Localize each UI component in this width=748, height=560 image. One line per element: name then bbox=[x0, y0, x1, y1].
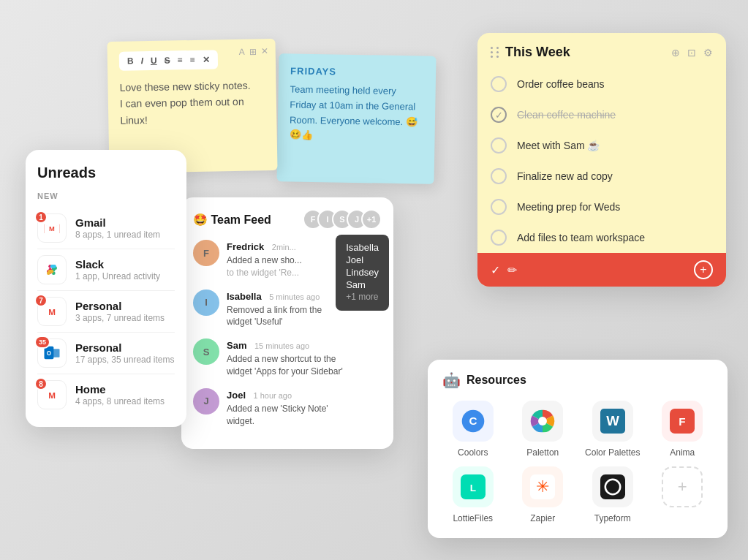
toolbar-bold[interactable]: B bbox=[125, 55, 136, 67]
sticky-blue-text: Team meeting held every Friday at 10am i… bbox=[289, 82, 423, 145]
tw-footer-icons: ✓ ✏ bbox=[491, 263, 517, 277]
todo-text-6: Add files to team workspace bbox=[517, 232, 645, 243]
anima-label: Anima bbox=[670, 447, 695, 458]
tw-add-button[interactable]: + bbox=[694, 260, 713, 279]
todo-circle-3[interactable] bbox=[491, 137, 507, 154]
resource-typeform[interactable]: Typeform bbox=[582, 466, 643, 523]
resource-add[interactable]: + bbox=[652, 466, 714, 523]
zapier-label: Zapier bbox=[530, 513, 555, 523]
resource-color-palettes[interactable]: W Color Palettes bbox=[582, 401, 643, 458]
sticky-note-blue: FRIDAYS Team meeting held every Friday a… bbox=[276, 53, 436, 184]
feed-content-4: Joel 1 hour ago Added a new 'Sticky Note… bbox=[227, 388, 382, 428]
this-week-title-wrap: This Week bbox=[491, 45, 570, 60]
sticky-blue-title: FRIDAYS bbox=[290, 65, 424, 78]
team-feed-title: 🤩 Team Feed bbox=[193, 213, 271, 227]
list-item[interactable]: M 7 Personal 3 apps, 7 unread items bbox=[37, 291, 175, 333]
color-palettes-label: Color Palettes bbox=[585, 447, 640, 458]
tw-expand-ctrl[interactable]: ⊡ bbox=[687, 47, 696, 58]
lottiefiles-icon: L bbox=[453, 466, 494, 507]
tw-settings-ctrl[interactable]: ⚙ bbox=[703, 47, 713, 58]
team-feed-header: 🤩 Team Feed F I S J +1 Isabella Joel Lin… bbox=[193, 209, 382, 230]
todo-circle-4[interactable] bbox=[491, 168, 507, 184]
todo-text-2: Clean coffee machine bbox=[517, 109, 616, 121]
home-info: Home 4 apps, 8 unread items bbox=[75, 383, 175, 406]
toolbar-italic[interactable]: I bbox=[138, 55, 146, 67]
todo-text-1: Order coffee beans bbox=[517, 78, 605, 90]
todo-text-4: Finalize new ad copy bbox=[517, 170, 613, 182]
paletton-icon bbox=[522, 401, 563, 442]
this-week-header: This Week ⊕ ⊡ ⚙ bbox=[477, 33, 726, 69]
toolbar-list2[interactable]: ≡ bbox=[187, 54, 197, 66]
feed-text-3: Added a new shortcut to thewidget 'Apps … bbox=[227, 353, 382, 378]
svg-text:✳: ✳ bbox=[536, 477, 549, 496]
sticky-toolbar: B I U S ≡ ≡ ✕ bbox=[119, 50, 218, 70]
resource-anima[interactable]: F Anima bbox=[652, 401, 714, 458]
tw-add-ctrl[interactable]: ⊕ bbox=[671, 47, 680, 58]
svg-point-34 bbox=[605, 480, 620, 494]
svg-text:O: O bbox=[47, 350, 51, 357]
list-item[interactable]: M 1 Gmail 8 apps, 1 unread item bbox=[37, 208, 175, 249]
add-resource-button[interactable]: + bbox=[662, 466, 703, 507]
todo-circle-2[interactable]: ✓ bbox=[491, 107, 507, 123]
todo-item-4[interactable]: Finalize new ad copy bbox=[477, 161, 726, 192]
color-palettes-icon: W bbox=[592, 401, 633, 442]
feed-name-1: Fredrick bbox=[227, 241, 264, 252]
gmail-name: Gmail bbox=[75, 216, 175, 229]
personal-gmail-badge: 7 bbox=[34, 294, 48, 307]
sticky-resize-ctrl[interactable]: ⊞ bbox=[249, 46, 257, 56]
feed-item-4: J Joel 1 hour ago Added a new 'Sticky No… bbox=[193, 388, 382, 428]
typeform-icon bbox=[592, 466, 633, 507]
todo-item-2[interactable]: ✓ Clean coffee machine bbox=[477, 99, 726, 130]
personal-gmail-detail: 3 apps, 7 unread items bbox=[75, 313, 175, 323]
tooltip-more: +1 more bbox=[346, 292, 379, 302]
todo-item-3[interactable]: Meet with Sam ☕ bbox=[477, 130, 726, 161]
todo-text-3: Meet with Sam ☕ bbox=[517, 140, 600, 151]
resource-lottiefiles[interactable]: L LottieFiles bbox=[442, 466, 504, 523]
toolbar-underline[interactable]: U bbox=[148, 55, 159, 67]
svg-text:M: M bbox=[48, 307, 56, 317]
personal-gmail-icon-wrap: M 7 bbox=[37, 297, 67, 326]
sticky-close-ctrl[interactable]: ✕ bbox=[261, 46, 268, 56]
list-item[interactable]: M 8 Home 4 apps, 8 unread items bbox=[37, 374, 175, 415]
tw-check-icon[interactable]: ✓ bbox=[491, 263, 500, 277]
gmail-icon-wrap: M 1 bbox=[37, 213, 67, 243]
todo-circle-6[interactable] bbox=[491, 230, 507, 246]
tooltip-name-4: Sam bbox=[346, 279, 379, 290]
todo-circle-5[interactable] bbox=[491, 199, 507, 215]
resources-grid: C Coolors Paletton W bbox=[442, 401, 713, 523]
list-item[interactable]: O 35 Personal 17 apps, 35 unread items bbox=[37, 333, 175, 374]
feed-avatar-isabella: I bbox=[193, 290, 219, 316]
sticky-yellow-controls: A ⊞ ✕ bbox=[239, 46, 268, 57]
resource-paletton[interactable]: Paletton bbox=[513, 401, 574, 458]
resource-zapier[interactable]: ✳ Zapier bbox=[513, 466, 574, 523]
gmail-badge: 1 bbox=[34, 211, 48, 224]
lottiefiles-label: LottieFiles bbox=[453, 513, 493, 523]
feed-avatar-fredrick: F bbox=[193, 240, 219, 266]
this-week-controls: ⊕ ⊡ ⚙ bbox=[671, 47, 713, 58]
list-item[interactable]: Slack 1 app, Unread activity bbox=[37, 249, 175, 291]
feed-name-4: Joel bbox=[227, 390, 246, 401]
home-icon-wrap: M 8 bbox=[37, 380, 67, 409]
toolbar-clear[interactable]: ✕ bbox=[200, 54, 211, 66]
home-badge: 8 bbox=[34, 377, 48, 390]
personal-outlook-name: Personal bbox=[75, 341, 175, 354]
todo-item-1[interactable]: Order coffee beans bbox=[477, 69, 726, 99]
slack-icon-wrap bbox=[37, 255, 67, 284]
slack-detail: 1 app, Unread activity bbox=[75, 271, 175, 281]
toolbar-strikethrough[interactable]: S bbox=[162, 54, 172, 66]
paletton-label: Paletton bbox=[526, 447, 559, 458]
zapier-icon: ✳ bbox=[522, 466, 563, 507]
resource-coolors[interactable]: C Coolors bbox=[442, 401, 504, 458]
resources-title: Resources bbox=[466, 374, 526, 387]
toolbar-list1[interactable]: ≡ bbox=[175, 54, 184, 66]
todo-item-5[interactable]: Meeting prep for Weds bbox=[477, 192, 726, 222]
todo-circle-1[interactable] bbox=[491, 76, 507, 92]
resources-header: 🤖 Resources bbox=[442, 371, 713, 389]
tw-edit-icon[interactable]: ✏ bbox=[507, 263, 517, 277]
sticky-a-ctrl[interactable]: A bbox=[239, 47, 245, 57]
todo-item-6[interactable]: Add files to team workspace bbox=[477, 222, 726, 253]
svg-text:M: M bbox=[48, 390, 56, 400]
resources-card: 🤖 Resources C Coolors bbox=[428, 360, 728, 538]
tooltip-name-1: Isabella bbox=[346, 242, 379, 253]
drag-handle[interactable] bbox=[491, 47, 499, 58]
